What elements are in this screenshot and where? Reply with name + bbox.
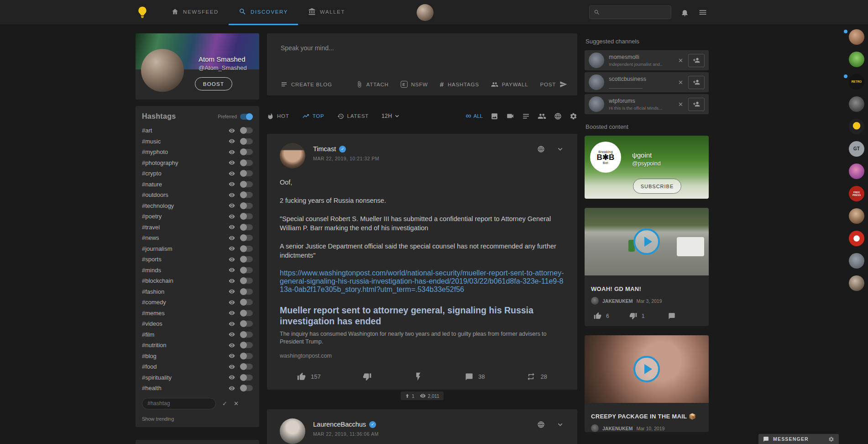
create-blog-button[interactable]: CREATE BLOG (281, 81, 332, 88)
hashtag-toggle[interactable] (240, 299, 253, 305)
hashtag-label[interactable]: #news (142, 234, 159, 241)
video-thumbnail[interactable] (585, 208, 709, 275)
hashtag-label[interactable]: #sports (142, 256, 162, 263)
hashtag-toggle[interactable] (240, 385, 253, 391)
hashtag-toggle[interactable] (240, 181, 253, 187)
eye-icon[interactable] (229, 385, 235, 391)
filter-all[interactable]: ALL (465, 113, 483, 119)
post-menu-button[interactable] (556, 420, 565, 429)
eye-icon[interactable] (229, 364, 235, 370)
hashtag-toggle[interactable] (240, 138, 253, 144)
post-menu-button[interactable] (556, 145, 565, 153)
comment-button[interactable]: 38 (465, 373, 485, 381)
filter-top[interactable]: TOP (302, 112, 324, 120)
hashtag-toggle[interactable] (240, 332, 253, 338)
hashtag-toggle[interactable] (240, 203, 253, 209)
upvote-button[interactable]: 6 (594, 312, 609, 320)
hashtag-toggle[interactable] (240, 224, 253, 230)
hashtag-label[interactable]: #health (142, 385, 162, 391)
hashtag-label[interactable]: #nature (142, 181, 162, 188)
hashtag-label[interactable]: #myphoto (142, 148, 168, 155)
hashtag-toggle[interactable] (240, 213, 253, 219)
hashtag-toggle[interactable] (240, 192, 253, 198)
subscribe-channel-button[interactable] (688, 54, 705, 67)
boost-post-button[interactable] (413, 372, 423, 381)
eye-icon[interactable] (229, 181, 235, 187)
video-title[interactable]: CREEPY PACKAGE IN THE MAIL 📦 (585, 403, 709, 420)
filter-global[interactable] (554, 112, 562, 120)
rail-avatar[interactable]: FREE PRESS (849, 186, 864, 201)
hashtag-label[interactable]: #videos (142, 320, 162, 327)
video-author[interactable]: JAKENUKEM (602, 426, 633, 431)
downvote-button[interactable]: 1 (629, 312, 645, 320)
eye-icon[interactable] (229, 235, 235, 241)
eye-icon[interactable] (229, 321, 235, 327)
video-title[interactable]: WOAH! GD MAN! (585, 275, 709, 292)
post-author-name[interactable]: Timcast (313, 145, 379, 153)
nsfw-button[interactable]: NSFW (401, 81, 428, 88)
profile-name[interactable]: Atom Smashed (199, 55, 246, 63)
hashtag-toggle[interactable] (240, 267, 253, 273)
eye-icon[interactable] (229, 202, 235, 209)
filter-videos[interactable] (506, 112, 514, 120)
period-dropdown[interactable]: 12H (382, 112, 401, 120)
hashtag-label[interactable]: #comedy (142, 299, 166, 306)
channel-avatar[interactable] (589, 53, 604, 68)
embed-title[interactable]: Mueller report sent to attorney general,… (280, 305, 565, 327)
eye-icon[interactable] (229, 170, 235, 177)
channel-avatar[interactable] (589, 74, 604, 90)
nav-wallet[interactable]: WALLET (298, 0, 355, 25)
eye-icon[interactable] (229, 192, 235, 198)
eye-icon[interactable] (229, 353, 235, 359)
preferred-toggle[interactable] (240, 114, 253, 120)
hashtag-toggle[interactable] (240, 310, 253, 316)
filter-hot[interactable]: HOT (267, 113, 289, 120)
author-avatar[interactable] (591, 297, 599, 305)
channel-name[interactable]: scottcbusiness (609, 76, 663, 82)
rail-avatar[interactable] (849, 52, 864, 67)
dismiss-icon[interactable] (678, 57, 683, 64)
hashtag-toggle[interactable] (240, 353, 253, 359)
rail-avatar[interactable]: RETRO (849, 74, 864, 90)
hashtag-label[interactable]: #food (142, 363, 157, 370)
notifications-button[interactable] (680, 8, 689, 17)
hashtag-toggle[interactable] (240, 160, 253, 166)
eye-icon[interactable] (229, 127, 235, 134)
hashtag-toggle[interactable] (240, 342, 253, 348)
hashtag-label[interactable]: #nutrition (142, 342, 166, 349)
video-thumbnail[interactable] (585, 335, 709, 403)
post-author-name[interactable]: LaurenceBacchus (313, 421, 379, 428)
rail-avatar[interactable] (849, 208, 864, 224)
hashtag-label[interactable]: #outdoors (142, 191, 168, 198)
hashtag-label[interactable]: #technology (142, 202, 174, 209)
hashtag-label[interactable]: #art (142, 127, 152, 134)
post-visibility-button[interactable] (537, 420, 545, 429)
dismiss-icon[interactable] (678, 79, 683, 86)
hashtag-label[interactable]: #blog (142, 353, 157, 359)
hashtag-label[interactable]: #poetry (142, 213, 162, 220)
messenger-settings-button[interactable] (828, 436, 834, 442)
hashtag-label[interactable]: #journalism (142, 245, 172, 252)
subscribe-channel-button[interactable] (688, 98, 705, 111)
boost-button[interactable]: BOOST (195, 77, 232, 90)
comment-button[interactable] (668, 312, 675, 320)
eye-icon[interactable] (229, 374, 235, 381)
rail-avatar[interactable] (849, 96, 864, 112)
hashtag-label[interactable]: #minds (142, 267, 161, 274)
eye-icon[interactable] (229, 213, 235, 220)
rail-avatar[interactable] (849, 253, 864, 269)
post-visibility-button[interactable] (537, 145, 545, 153)
nav-newsfeed[interactable]: NEWSFEED (161, 0, 229, 25)
attach-button[interactable]: ATTACH (356, 81, 389, 88)
eye-icon[interactable] (229, 138, 235, 144)
hashtag-toggle[interactable] (240, 127, 253, 133)
rail-avatar[interactable] (849, 164, 864, 179)
remind-button[interactable]: 28 (527, 372, 547, 381)
post-author-avatar[interactable] (280, 418, 305, 444)
profile-avatar[interactable] (141, 49, 184, 92)
hashtag-label[interactable]: #spirituality (142, 374, 172, 381)
hashtag-toggle[interactable] (240, 375, 253, 381)
hashtag-label[interactable]: #photography (142, 159, 178, 166)
messenger-dock[interactable]: MESSENGER (758, 434, 839, 444)
hashtag-label[interactable]: #memes (142, 310, 165, 317)
